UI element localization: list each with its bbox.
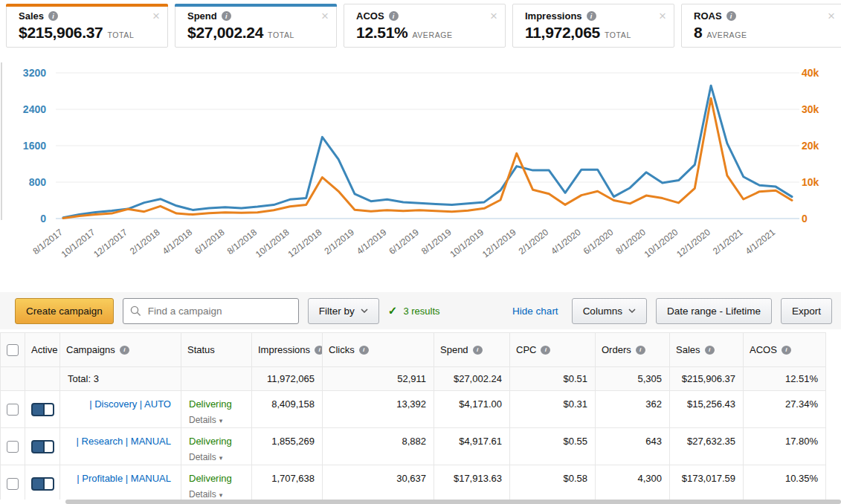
campaign-link[interactable]: | Profitable | MANUAL — [77, 473, 171, 484]
metric-card-unit: AVERAGE — [412, 30, 452, 39]
details-dropdown[interactable]: Details▾ — [189, 415, 244, 425]
info-icon[interactable]: i — [48, 11, 58, 21]
close-icon[interactable]: × — [828, 11, 835, 21]
caret-down-icon: ▾ — [219, 454, 223, 462]
row-spend-cell: $4,171.00 — [434, 391, 510, 428]
total-label-cell: Total: 3 — [60, 367, 181, 391]
card-accent-bar — [681, 4, 841, 7]
active-toggle[interactable] — [31, 403, 54, 416]
filter-by-label: Filter by — [319, 306, 355, 317]
card-value-row: 12.51%AVERAGE — [344, 22, 505, 42]
column-header-acos[interactable]: ACOSi — [744, 333, 826, 367]
campaign-name-cell: | Profitable | MANUAL — [60, 465, 181, 503]
columns-button[interactable]: Columns — [572, 298, 647, 324]
x-axis-tick: 12/1/2019 — [480, 227, 518, 259]
total-spend-cell: $27,002.24 — [434, 367, 510, 391]
info-icon[interactable]: i — [587, 11, 596, 21]
search-icon — [130, 306, 141, 317]
column-header-status[interactable]: Status — [181, 333, 252, 367]
export-button[interactable]: Export — [781, 298, 832, 324]
chevron-down-icon — [361, 308, 368, 313]
horizontal-scrollbar[interactable] — [0, 500, 841, 504]
info-icon[interactable]: i — [389, 11, 399, 21]
metric-card-spend[interactable]: Spendi×$27,002.24TOTAL — [175, 4, 337, 48]
column-header-label: Campaigns — [66, 344, 115, 355]
hide-chart-link[interactable]: Hide chart — [512, 306, 558, 317]
table-header-row: ActiveCampaignsiStatusImpressionsiClicks… — [1, 333, 826, 367]
metric-card-unit: TOTAL — [107, 30, 134, 39]
info-icon[interactable]: i — [541, 346, 550, 355]
info-icon[interactable]: i — [726, 11, 736, 21]
row-checkbox[interactable] — [7, 404, 19, 416]
close-icon[interactable]: × — [659, 11, 666, 21]
series-sales-line — [63, 98, 792, 218]
left-axis-tick: 800 — [29, 176, 47, 188]
x-axis-tick: 12/1/2018 — [286, 227, 324, 259]
close-icon[interactable]: × — [321, 11, 329, 21]
total-acos-cell: 12.51% — [744, 367, 826, 391]
active-toggle[interactable] — [31, 477, 54, 491]
scrollbar-thumb[interactable] — [65, 500, 841, 504]
info-icon[interactable]: i — [636, 346, 645, 355]
details-dropdown[interactable]: Details▾ — [189, 489, 244, 500]
x-axis-tick: 6/1/2020 — [581, 227, 616, 256]
column-header-impressions[interactable]: Impressionsi — [252, 333, 323, 367]
row-cpc-cell: $0.55 — [510, 428, 596, 465]
details-label: Details — [189, 489, 216, 500]
column-header-label: Sales — [676, 344, 700, 355]
metric-card-value: 12.51% — [356, 24, 407, 42]
filter-by-button[interactable]: Filter by — [308, 298, 379, 324]
metric-card-value: 11,972,065 — [525, 24, 600, 42]
close-icon[interactable]: × — [152, 11, 160, 21]
row-acos-cell: 10.35% — [744, 465, 826, 503]
row-checkbox[interactable] — [7, 441, 19, 453]
table-row: | Profitable | MANUALDeliveringDetails▾1… — [1, 465, 826, 503]
row-active-cell — [25, 465, 60, 503]
info-icon[interactable]: i — [705, 346, 715, 355]
row-impressions-cell: 1,855,269 — [252, 428, 323, 465]
info-icon[interactable]: i — [359, 346, 369, 355]
metric-card-impressions[interactable]: Impressionsi×11,972,065TOTAL — [512, 4, 674, 48]
campaign-link[interactable]: | Research | MANUAL — [77, 436, 171, 447]
search-input[interactable] — [123, 298, 299, 324]
metric-card-title: Sales — [19, 10, 44, 22]
info-icon[interactable]: i — [120, 346, 129, 355]
campaign-search — [123, 298, 299, 324]
close-icon[interactable]: × — [490, 11, 497, 21]
column-header-active[interactable]: Active — [25, 333, 60, 367]
column-header-content: Active — [31, 344, 57, 355]
column-header-orders[interactable]: Ordersi — [596, 333, 670, 367]
card-header: Impressionsi× — [513, 4, 674, 22]
campaign-status-cell: DeliveringDetails▾ — [181, 391, 252, 428]
row-checkbox[interactable] — [7, 478, 19, 490]
metric-card-acos[interactable]: ACOSi×12.51%AVERAGE — [344, 4, 506, 48]
active-toggle[interactable] — [31, 440, 54, 453]
card-accent-bar — [344, 4, 506, 7]
campaign-link[interactable]: | Discovery | AUTO — [89, 398, 171, 410]
info-icon[interactable]: i — [473, 346, 483, 355]
info-icon[interactable]: i — [782, 346, 791, 355]
columns-label: Columns — [583, 306, 622, 317]
column-header-spend[interactable]: Spendi — [434, 333, 510, 367]
metric-card-sales[interactable]: Salesi×$215,906.37TOTAL — [6, 4, 168, 48]
column-header-campaigns[interactable]: Campaignsi — [60, 333, 181, 367]
column-header-label: Clicks — [329, 344, 355, 355]
card-header: ACOSi× — [344, 4, 505, 22]
campaign-status-cell: DeliveringDetails▾ — [181, 428, 252, 465]
spend-sales-line-chart: 0080010k160020k240030k320040k8/1/201710/… — [0, 58, 841, 290]
info-icon[interactable]: i — [222, 11, 231, 21]
column-header-clicks[interactable]: Clicksi — [323, 333, 434, 367]
details-dropdown[interactable]: Details▾ — [189, 452, 244, 462]
create-campaign-button[interactable]: Create campaign — [15, 298, 114, 324]
x-axis-tick: 10/1/2020 — [642, 227, 680, 259]
x-axis-tick: 4/1/2020 — [549, 227, 583, 256]
row-active-cell — [25, 428, 60, 465]
column-header-cpc[interactable]: CPCi — [510, 333, 596, 367]
metric-card-roas[interactable]: ROASi×8AVERAGE — [681, 4, 841, 48]
column-header-label: ACOS — [750, 344, 777, 355]
column-header-sales[interactable]: Salesi — [670, 333, 744, 367]
info-icon[interactable]: i — [315, 346, 322, 355]
date-range-button[interactable]: Date range - Lifetime — [656, 298, 772, 324]
row-orders-cell: 362 — [596, 391, 670, 428]
select-all-checkbox[interactable] — [7, 344, 19, 356]
